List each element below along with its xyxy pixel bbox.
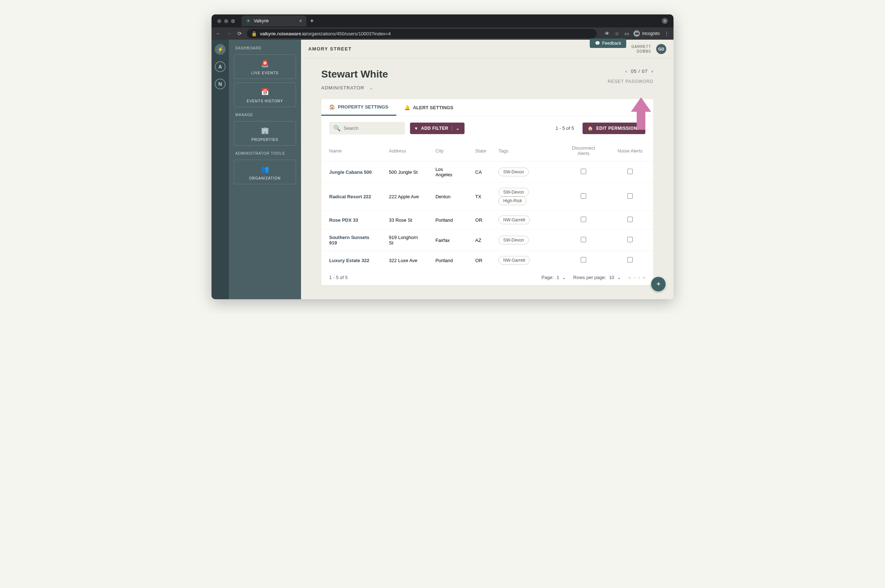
rail-item-a[interactable]: A	[215, 61, 226, 72]
properties-table: Name Address City State Tags Disconnect …	[321, 140, 653, 270]
user-name-block: GARRETT DOBBS	[631, 44, 651, 54]
sidebar-section-admin: ADMINISTRATOR TOOLS	[232, 149, 298, 158]
col-disconnect[interactable]: Disconnect Alerts	[560, 140, 607, 162]
table-row: Rose PDX 33 33 Rose St Portland OR NW-Ga…	[321, 210, 653, 230]
property-link[interactable]: Southern Sunsets 919	[329, 235, 369, 246]
menu-icon[interactable]: ⋮	[664, 31, 670, 36]
cell-address: 500 Jungle St	[381, 162, 428, 183]
table-footer: 1 - 5 of 5 Page: 1 ⌄ Rows per page: 10 ⌄	[321, 270, 653, 285]
window-zoom[interactable]	[231, 19, 235, 23]
property-link[interactable]: Rose PDX 33	[329, 218, 358, 223]
cell-city: Portland	[427, 210, 467, 230]
browser-tab[interactable]: ✦ Valkyrie ×	[241, 15, 306, 26]
property-link[interactable]: Jungle Cabana 500	[329, 170, 372, 175]
incognito-badge: 🕶 Incognito	[634, 30, 660, 37]
noise-checkbox[interactable]	[627, 237, 633, 242]
nav-reload-icon[interactable]: ⟳	[237, 31, 242, 36]
cast-icon[interactable]: ▭	[624, 31, 630, 36]
cell-state: OR	[467, 251, 491, 270]
cell-address: 919 Longhorn St	[381, 230, 428, 251]
col-noise[interactable]: Noise Alerts	[607, 140, 653, 162]
page-prev-icon: ‹	[634, 275, 635, 280]
settings-panel: 🏠 PROPERTY SETTINGS 🔔 ALERT SETTINGS 🔍	[321, 99, 653, 285]
new-tab-button[interactable]: +	[306, 17, 318, 25]
favicon-icon: ✦	[246, 18, 251, 23]
noise-checkbox[interactable]	[627, 193, 633, 199]
footer-range: 1 - 5 of 5	[329, 275, 348, 280]
disconnect-checkbox[interactable]	[581, 169, 586, 174]
tab-property-settings[interactable]: 🏠 PROPERTY SETTINGS	[321, 99, 396, 116]
rail-item-logo[interactable]: ⚡	[215, 44, 226, 55]
add-filter-button[interactable]: ▾ ADD FILTER ⌄	[410, 123, 465, 134]
topbar: AMORY STREET 💬 Feedback GARRETT DOBBS GD	[301, 40, 673, 58]
cell-tags: NW-Garrett	[491, 251, 560, 270]
chevron-down-icon: ⌄	[617, 275, 621, 280]
bell-icon: 🔔	[404, 105, 410, 110]
col-name[interactable]: Name	[321, 140, 381, 162]
col-city[interactable]: City	[427, 140, 467, 162]
tag-pill: High-Risk	[498, 196, 527, 205]
cell-city: Denton	[427, 183, 467, 210]
chevron-down-icon: ⌄	[456, 126, 460, 131]
star-icon[interactable]: ☆	[614, 31, 620, 36]
col-tags[interactable]: Tags	[491, 140, 560, 162]
disconnect-checkbox[interactable]	[581, 193, 586, 199]
tag-pill: SW-Devon	[498, 188, 529, 196]
page-selector[interactable]: Page: 1 ⌄	[541, 275, 566, 280]
col-state[interactable]: State	[467, 140, 491, 162]
cell-tags: SW-Devon	[491, 230, 560, 251]
window-controls	[214, 19, 238, 23]
window-minimize[interactable]	[224, 19, 228, 23]
tab-alert-settings[interactable]: 🔔 ALERT SETTINGS	[396, 99, 461, 116]
cell-state: AZ	[467, 230, 491, 251]
url-field[interactable]: 🔒 valkyrie.noiseaware.io/organizations/4…	[247, 29, 597, 38]
browser-tab-strip: ✦ Valkyrie × + ▾	[212, 14, 673, 27]
org-chart-icon: 👥	[237, 165, 293, 173]
pager-prev-icon[interactable]: ‹	[626, 69, 627, 74]
nav-back-icon[interactable]: ←	[215, 31, 221, 36]
annotation-pointer-icon	[631, 98, 651, 130]
tag-pill: SW-Devon	[498, 168, 529, 176]
disconnect-checkbox[interactable]	[581, 257, 586, 262]
disconnect-checkbox[interactable]	[581, 237, 586, 242]
sidebar-item-events-history[interactable]: 📅 EVENTS HISTORY	[234, 82, 296, 107]
page-last-icon: »	[643, 275, 645, 280]
pager-next-icon[interactable]: ›	[652, 69, 653, 74]
search-icon: 🔍	[334, 125, 341, 132]
window-close[interactable]	[217, 19, 221, 23]
sidebar-item-organization[interactable]: 👥 ORGANIZATION	[234, 160, 296, 184]
nav-rail: ⚡ A N	[212, 40, 229, 299]
sidebar-item-properties[interactable]: 🏢 PROPERTIES	[234, 121, 296, 146]
rail-item-n[interactable]: N	[215, 79, 226, 89]
tab-list-icon[interactable]: ▾	[662, 18, 668, 24]
property-link[interactable]: Luxury Estate 322	[329, 258, 369, 263]
role-dropdown[interactable]: ADMINISTRATOR ⌄	[321, 85, 388, 90]
cell-address: 222 Apple Ave	[381, 183, 428, 210]
help-fab[interactable]: ✦	[651, 277, 665, 291]
cell-tags: SW-DevonHigh-Risk	[491, 183, 560, 210]
avatar[interactable]: GD	[656, 44, 666, 54]
cell-city: Los Angeles	[427, 162, 467, 183]
reset-password-button[interactable]: RESET PASSWORD	[608, 79, 653, 84]
search-input[interactable]: 🔍	[329, 122, 405, 135]
noise-checkbox[interactable]	[627, 217, 633, 222]
search-field[interactable]	[344, 126, 400, 131]
tab-close-icon[interactable]: ×	[299, 18, 302, 23]
noise-checkbox[interactable]	[627, 257, 633, 262]
incognito-icon: 🕶	[634, 30, 640, 37]
sidebar: DASHBOARD 🚨 LIVE EVENTS 📅 EVENTS HISTORY…	[229, 40, 301, 299]
tag-pill: NW-Garrett	[498, 256, 530, 265]
compass-icon: ✦	[656, 280, 661, 288]
col-address[interactable]: Address	[381, 140, 428, 162]
property-link[interactable]: Radical Resort 222	[329, 194, 371, 200]
sidebar-item-live-events[interactable]: 🚨 LIVE EVENTS	[234, 54, 296, 79]
table-header-row: Name Address City State Tags Disconnect …	[321, 140, 653, 162]
eye-off-icon[interactable]: 👁	[604, 31, 610, 36]
bolt-icon: ⚡	[217, 46, 223, 52]
disconnect-checkbox[interactable]	[581, 217, 586, 222]
rows-per-page-selector[interactable]: Rows per page: 10 ⌄	[573, 275, 621, 280]
cell-address: 322 Luxe Ave	[381, 251, 428, 270]
calendar-icon: 📅	[237, 88, 293, 96]
noise-checkbox[interactable]	[627, 169, 633, 174]
feedback-button[interactable]: 💬 Feedback	[590, 39, 626, 48]
